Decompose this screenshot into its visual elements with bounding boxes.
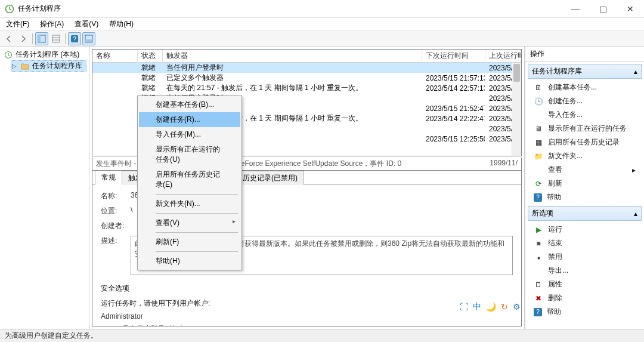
actions-section-library-label: 任务计划程序库 xyxy=(532,66,582,76)
creator-label: 创建者: xyxy=(101,221,131,231)
table-row[interactable]: 就绪在每天的 21:57 - 触发后，在 1 天 期间每隔 1 小时 重复一次。… xyxy=(92,83,521,93)
menu-help[interactable]: 帮助(H) xyxy=(107,18,136,30)
description-label: 描述: xyxy=(101,236,131,246)
name-label: 名称: xyxy=(101,191,131,201)
tab-general[interactable]: 常规 xyxy=(95,170,122,185)
tree-library[interactable]: ▷ 任务计划程序库 xyxy=(11,60,86,72)
delete-icon: ✖ xyxy=(534,294,543,303)
tree-library-label: 任务计划程序库 xyxy=(32,61,82,71)
main-area: 任务计划程序 (本地) ▷ 任务计划程序库 创建基本任务(B)... 创建任务(… xyxy=(0,47,644,329)
refresh-icon: ⟳ xyxy=(534,179,543,189)
menu-action[interactable]: 操作(A) xyxy=(38,18,66,30)
ctx-create-basic-task[interactable]: 创建基本任务(B)... xyxy=(139,97,240,112)
ctx-refresh[interactable]: 刷新(F) xyxy=(139,235,240,249)
gear-icon[interactable]: ⚙ xyxy=(513,302,521,312)
toolbar-help-button[interactable]: ? xyxy=(68,32,81,45)
ctx-help[interactable]: 帮助(H) xyxy=(139,254,240,269)
col-next-run[interactable]: 下次运行时间 xyxy=(422,49,485,63)
svg-rect-7 xyxy=(85,39,92,42)
action-import-task[interactable]: 导入任务... xyxy=(528,108,642,122)
actions-section-selected[interactable]: 所选项 ▴ xyxy=(528,206,642,221)
ctx-enable-history[interactable]: 启用所有任务历史记录(E) xyxy=(139,167,240,192)
tree-expand-icon[interactable]: ▷ xyxy=(12,63,18,69)
sync-icon[interactable]: ↻ xyxy=(501,302,508,312)
radio-run-logged-in[interactable]: 只在用户登录时运行 xyxy=(112,324,513,326)
action-help-2[interactable]: ?帮助 xyxy=(528,305,642,319)
history-icon: ▦ xyxy=(534,138,543,147)
menubar: 文件(F) 操作(A) 查看(V) 帮助(H) xyxy=(0,18,644,31)
action-new-folder[interactable]: 📁新文件夹... xyxy=(528,149,642,163)
svg-rect-3 xyxy=(52,35,60,42)
task-scheduler-window: 任务计划程序 — ▢ ✕ 文件(F) 操作(A) 查看(V) 帮助(H) ? 任… xyxy=(0,0,644,342)
folder-icon: 📁 xyxy=(534,152,543,161)
tree-root-label: 任务计划程序 (本地) xyxy=(16,50,79,60)
ctx-separator xyxy=(156,232,238,233)
status-text: 为高级用户创建自定义任务。 xyxy=(5,331,98,341)
import-icon xyxy=(534,110,543,120)
table-row[interactable]: 就绪已定义多个触发器2023/5/15 21:57:132023/5/14 xyxy=(92,73,521,83)
titlebar: 任务计划程序 — ▢ ✕ xyxy=(0,0,644,18)
nav-forward-button[interactable] xyxy=(17,32,30,45)
ctx-show-running-tasks[interactable]: 显示所有正在运行的任务(U) xyxy=(139,142,240,167)
location-label: 位置: xyxy=(101,206,131,216)
ctx-create-task[interactable]: 创建任务(R)... xyxy=(139,112,240,127)
action-properties[interactable]: 🗒属性 xyxy=(528,278,642,291)
menu-file[interactable]: 文件(F) xyxy=(4,18,32,30)
toolbar-separator xyxy=(32,33,33,44)
grid-vscrollbar[interactable] xyxy=(512,63,521,156)
nav-back-button[interactable] xyxy=(2,32,16,45)
tree-pane[interactable]: 任务计划程序 (本地) ▷ 任务计划程序库 xyxy=(0,47,89,329)
center-pane: 创建基本任务(B)... 创建任务(R)... 导入任务(M)... 显示所有正… xyxy=(89,47,525,329)
expand-icon[interactable]: ⛶ xyxy=(460,302,468,312)
center-icon[interactable]: 中 xyxy=(473,301,481,312)
actions-section-library[interactable]: 任务计划程序库 ▴ xyxy=(528,64,642,79)
moon-icon[interactable]: 🌙 xyxy=(486,302,496,312)
action-create-basic-task[interactable]: 🗓创建基本任务... xyxy=(528,81,642,94)
action-show-running[interactable]: 🖥显示所有正在运行的任务 xyxy=(528,122,642,135)
tab-history[interactable]: 历史记录(已禁用) xyxy=(236,171,304,185)
close-button[interactable]: ✕ xyxy=(617,0,644,18)
action-create-task[interactable]: 🕒创建任务... xyxy=(528,94,642,108)
runas-label: 运行任务时，请使用下列用户帐户: xyxy=(101,298,513,309)
collapse-icon[interactable]: ▴ xyxy=(634,67,637,76)
event-info-date: 1999/11/ xyxy=(490,159,518,169)
action-end[interactable]: ■结束 xyxy=(528,236,642,250)
ctx-import-task[interactable]: 导入任务(M)... xyxy=(139,127,240,142)
ctx-view[interactable]: 查看(V) xyxy=(139,215,240,230)
export-icon xyxy=(534,266,543,276)
runas-user: Administrator xyxy=(101,312,513,321)
toolbar-preview-button[interactable] xyxy=(82,32,95,45)
ctx-new-folder[interactable]: 新文件夹(N)... xyxy=(139,196,240,211)
collapse-icon[interactable]: ▴ xyxy=(634,209,637,218)
action-run[interactable]: ▶运行 xyxy=(528,223,642,236)
table-row[interactable]: 就绪当任何用户登录时2023/5/14 xyxy=(92,63,521,73)
maximize-button[interactable]: ▢ xyxy=(589,0,617,18)
action-refresh[interactable]: ⟳刷新 xyxy=(528,177,642,190)
col-trigger[interactable]: 触发器 xyxy=(163,49,422,63)
help-icon: ? xyxy=(534,308,542,316)
col-last-run[interactable]: 上次运行时 xyxy=(485,49,521,63)
minimize-button[interactable]: — xyxy=(562,0,589,18)
floating-tray-icons: ⛶ 中 🌙 ↻ ⚙ xyxy=(460,301,521,312)
toolbar-list-button[interactable] xyxy=(49,32,63,45)
action-help[interactable]: ?帮助 xyxy=(528,190,642,204)
menu-view[interactable]: 查看(V) xyxy=(72,18,101,30)
col-name[interactable]: 名称 xyxy=(92,49,138,63)
toolbar-separator xyxy=(65,33,66,44)
action-delete[interactable]: ✖删除 xyxy=(528,291,642,305)
security-section-title: 安全选项 xyxy=(101,284,513,294)
app-icon xyxy=(5,4,14,14)
action-view[interactable]: 查看▸ xyxy=(528,163,642,177)
svg-text:?: ? xyxy=(73,36,76,42)
action-disable[interactable]: ⬥禁用 xyxy=(528,250,642,264)
action-enable-history[interactable]: ▦启用所有任务历史记录 xyxy=(528,135,642,149)
radio-icon xyxy=(112,326,119,326)
tree-root[interactable]: 任务计划程序 (本地) xyxy=(2,49,86,60)
clock-icon xyxy=(4,50,13,60)
running-icon: 🖥 xyxy=(534,124,543,134)
grid-header: 名称 状态 触发器 下次运行时间 上次运行时 xyxy=(92,50,521,63)
action-export[interactable]: 导出... xyxy=(528,264,642,278)
col-status[interactable]: 状态 xyxy=(138,49,163,63)
stop-icon: ■ xyxy=(534,239,543,248)
toolbar-pane-button[interactable] xyxy=(35,32,48,45)
